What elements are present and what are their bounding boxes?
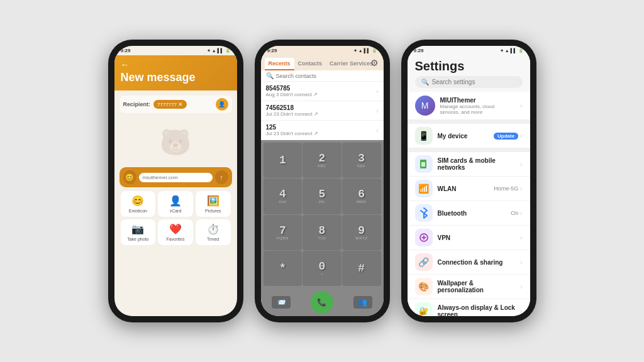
call-icon-1: ↗ [314, 111, 318, 117]
chip-remove-icon[interactable]: ✕ [178, 101, 183, 107]
connection-title: Connection & sharing [438, 259, 516, 266]
key-letters-4: GHI [279, 200, 286, 204]
tab-contacts[interactable]: Contacts [294, 58, 326, 70]
action-vcard[interactable]: 👤 vCard [158, 191, 193, 217]
action-favorites[interactable]: ❤️ Favorites [158, 219, 193, 245]
settings-profile-item[interactable]: M MIUIThemer Manage accounts, cloud serv… [408, 92, 530, 120]
contact-info-2: 125 Jul 23 Didn't connect ↗ [266, 124, 377, 136]
dialer-call-button[interactable]: 📞 [311, 291, 333, 314]
key-num-5: 5 [319, 189, 326, 200]
avatar: 👤 [216, 98, 228, 111]
settings-item-mydevice[interactable]: 📱 My device Update › [408, 124, 530, 148]
timed-icon: ⏱️ [207, 223, 219, 235]
key-8[interactable]: 8TUV [303, 215, 341, 250]
dialer-search-input[interactable] [276, 73, 379, 79]
settings-item-always-on[interactable]: 🔐 Always-on display & Lock screen › [408, 299, 530, 316]
always-on-title: Always-on display & Lock screen [438, 304, 516, 316]
action-pictures[interactable]: 🖼️ Pictures [196, 191, 231, 217]
key-2[interactable]: 2ABC [303, 143, 341, 178]
settings-item-sim[interactable]: SIM cards & mobile networks › [408, 152, 530, 177]
signal-icon-2: ▌▌ [364, 48, 370, 53]
contact-sub-1: Jul 23 Didn't connect ↗ [266, 111, 377, 117]
contact-item-2[interactable]: 125 Jul 23 Didn't connect ↗ › [261, 121, 384, 140]
status-time-2: 9:29 [267, 48, 277, 53]
bluetooth-icon-2: ✦ [353, 48, 357, 53]
profile-content: MIUIThemer Manage accounts, cloud servic… [440, 97, 516, 115]
back-button[interactable]: ← [121, 60, 130, 70]
vpn-icon [415, 229, 433, 246]
message-title: New message [121, 71, 231, 84]
settings-screen: 9:29 ✦ ▲ ▌▌ 🔋 Settings 🔍 M MIUIThemer [408, 46, 530, 316]
tab-carrier[interactable]: Carrier Services [326, 58, 377, 70]
dialer-bottom-bar: 📨 📞 👥 [261, 288, 384, 316]
contact-item-1[interactable]: 74562518 Jul 23 Didn't connect ↗ › [261, 101, 384, 121]
key-9[interactable]: 9WXYZ [342, 215, 381, 250]
dialer-search-icon: 🔍 [266, 72, 274, 79]
pictures-icon: 🖼️ [207, 195, 219, 207]
mydevice-badge: Update [494, 133, 518, 140]
bluetooth-icon-3: ✦ [500, 48, 504, 53]
action-emoticon[interactable]: 😊 Emoticon [121, 191, 156, 217]
settings-search-input[interactable] [432, 79, 516, 85]
battery-icon-2: 🔋 [372, 48, 377, 53]
always-on-content: Always-on display & Lock screen [438, 304, 516, 316]
actions-grid: 😊 Emoticon 👤 vCard 🖼️ Pictures 📷 Take ph… [119, 191, 232, 245]
status-time-3: 9:29 [414, 48, 424, 53]
dialer-settings-icon[interactable]: ⚙ [370, 58, 379, 68]
status-bar-1: 9:29 ✦ ▲ ▌▌ 🔋 [114, 46, 237, 55]
settings-item-vpn[interactable]: VPN › [408, 226, 530, 250]
key-1[interactable]: 1 [264, 143, 303, 178]
action-photo[interactable]: 📷 Take photo [121, 219, 156, 245]
key-5[interactable]: 5JKL [303, 178, 341, 214]
battery-icon-1: 🔋 [225, 48, 231, 53]
key-star[interactable]: * [264, 251, 303, 286]
recipient-row: Recipient: 7777777 ✕ 👤 [119, 96, 232, 113]
key-4[interactable]: 4GHI [264, 178, 303, 214]
key-letters-7: PQRS [277, 236, 289, 240]
message-input[interactable] [139, 173, 213, 182]
messages-screen: 9:29 ✦ ▲ ▌▌ 🔋 ← New message Recipient: 7… [114, 46, 237, 316]
key-7[interactable]: 7PQRS [264, 215, 303, 250]
settings-search-icon: 🔍 [421, 79, 429, 85]
mydevice-content: My device [438, 133, 489, 140]
phone-settings: 9:29 ✦ ▲ ▌▌ 🔋 Settings 🔍 M MIUIThemer [401, 40, 536, 322]
sim-arrow-icon: › [520, 161, 522, 168]
recipient-chip[interactable]: 7777777 ✕ [153, 100, 187, 109]
key-letters-9: WXYZ [355, 236, 367, 240]
watermark-area: 🐻 [119, 117, 232, 167]
send-button[interactable]: ↑ [215, 170, 228, 184]
dialer-tabs: Recents Contacts Carrier Services ⚙ [261, 55, 384, 70]
settings-item-wlan[interactable]: 📶 WLAN Home-5G › [408, 177, 530, 201]
key-6[interactable]: 6MNO [342, 178, 381, 214]
settings-item-bluetooth[interactable]: Bluetooth On › [408, 201, 530, 226]
wlan-content: WLAN [438, 185, 489, 192]
key-letters-5: JKL [318, 200, 326, 204]
sim-content: SIM cards & mobile networks [438, 157, 516, 171]
key-num-7: 7 [279, 225, 286, 236]
tab-recents[interactable]: Recents [265, 58, 294, 70]
key-num-9: 9 [358, 225, 365, 236]
dialer-voicemail-button[interactable]: 📨 [272, 296, 291, 309]
photo-label: Take photo [127, 237, 148, 241]
sim-icon [415, 155, 433, 173]
call-icon-0: ↗ [313, 92, 318, 97]
contact-item-0[interactable]: 8545785 Aug 3 Didn't connect ↗ › [261, 82, 384, 101]
key-letters-3: DEF [357, 164, 366, 168]
key-3[interactable]: 3DEF [342, 143, 381, 178]
chip-text: 7777777 [157, 102, 177, 107]
key-hash[interactable]: # [342, 251, 381, 286]
arrow-icon-0: › [376, 88, 378, 95]
settings-item-wallpaper[interactable]: 🎨 Wallpaper & personalization › [408, 275, 530, 299]
action-timed[interactable]: ⏱️ Timed [196, 219, 231, 245]
contact-info-0: 8545785 Aug 3 Didn't connect ↗ [266, 85, 377, 97]
emoji-button[interactable]: 😊 [123, 170, 136, 184]
settings-search-bar[interactable]: 🔍 [415, 76, 523, 88]
dialer-contacts-button[interactable]: 👥 [353, 296, 372, 309]
key-0[interactable]: 0+ [303, 251, 341, 286]
status-icons-1: ✦ ▲ ▌▌ 🔋 [207, 48, 231, 53]
status-time-1: 9:29 [121, 48, 131, 53]
signal-icon-3: ▌▌ [511, 48, 517, 53]
pictures-label: Pictures [205, 209, 221, 213]
signal-icon-1: ▌▌ [218, 48, 224, 53]
settings-item-connection[interactable]: 🔗 Connection & sharing › [408, 250, 530, 275]
